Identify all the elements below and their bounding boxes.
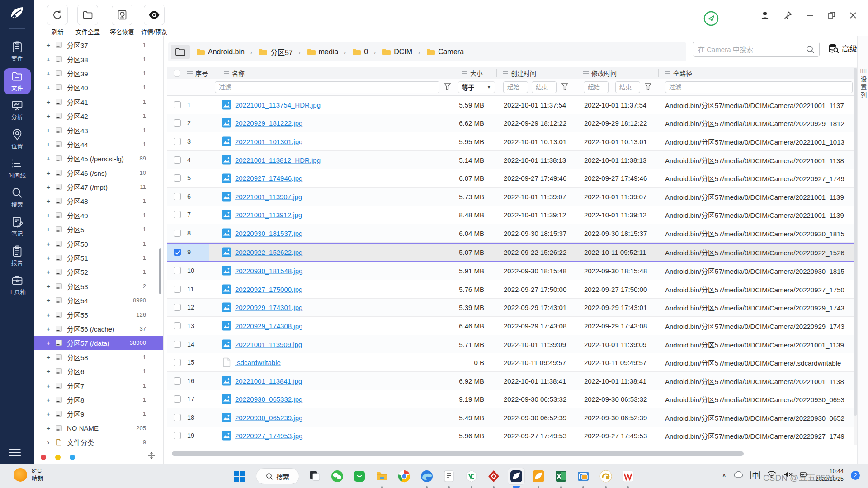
sidebar-item-6[interactable]: 搜索 (4, 185, 31, 211)
expander-icon[interactable]: + (45, 98, 52, 106)
name-filter-input[interactable] (215, 81, 439, 93)
breadcrumb-item-分区57[interactable]: 分区57 (259, 47, 293, 57)
table-row-4[interactable]: 420221001_113812_HDR.jpg5.14 MB2022-10-0… (167, 151, 854, 169)
table-row-18[interactable]: 1820220930_065239.jpg5.49 MB2022-09-30 0… (167, 408, 854, 427)
forensics-app-icon[interactable] (508, 468, 524, 484)
pin-window-icon[interactable] (783, 11, 792, 22)
wechat-icon[interactable] (329, 468, 345, 484)
wifi-icon[interactable] (767, 471, 776, 479)
select-all-checkbox[interactable] (174, 70, 180, 76)
file-name-link[interactable]: 20221001_113812_HDR.jpg (235, 156, 321, 164)
column-header-index[interactable]: 序号 (187, 67, 208, 79)
orange-leaf-app-icon[interactable] (530, 468, 547, 484)
row-checkbox[interactable] (174, 286, 181, 293)
advanced-search-button[interactable]: 高级 (828, 42, 857, 54)
file-name-link[interactable]: 20221001_113841.jpg (235, 377, 302, 385)
tree-item-分区58[interactable]: +分区581 (34, 350, 163, 364)
expander-icon[interactable]: + (45, 211, 52, 219)
table-row-17[interactable]: 1720220930_065332.jpg9.19 MB2022-09-30 0… (167, 390, 854, 409)
file-name-link[interactable]: 20220930_181548.jpg (235, 267, 302, 275)
modified-start-input[interactable] (584, 81, 609, 93)
tree-item-分区49[interactable]: +分区491 (34, 208, 163, 222)
tree-item-分区43[interactable]: +分区431 (34, 123, 163, 137)
expander-icon[interactable]: + (45, 311, 52, 319)
close-icon[interactable] (849, 11, 857, 21)
row-checkbox[interactable] (174, 211, 181, 218)
file-name-link[interactable]: 20220929_174308.jpg (235, 322, 302, 329)
column-header-created[interactable]: 创建时间 (503, 67, 536, 79)
row-checkbox[interactable] (174, 432, 181, 439)
tree-item-分区52[interactable]: +分区521 (34, 265, 163, 279)
row-checkbox[interactable] (174, 267, 181, 274)
row-checkbox[interactable] (174, 156, 181, 164)
column-header-path[interactable]: 全路径 (665, 67, 692, 79)
tree-item-分区48[interactable]: +分区481 (34, 194, 163, 208)
share-status-icon[interactable] (703, 11, 719, 26)
expander-icon[interactable]: + (45, 382, 52, 389)
tree-item-分区39[interactable]: +分区391 (34, 66, 163, 80)
table-row-16[interactable]: 1620221001_113841.jpg6.92 MB2022-10-01 1… (167, 372, 854, 390)
tree-scrollbar[interactable] (159, 248, 161, 294)
sidebar-item-1[interactable]: 案件 (4, 39, 31, 65)
user-account-icon[interactable] (760, 11, 769, 22)
expander-icon[interactable]: + (45, 141, 52, 148)
tree-item-分区56[interactable]: +分区56 (/cache)37 (34, 322, 163, 336)
expander-icon[interactable]: + (45, 296, 52, 304)
excel-icon[interactable] (553, 468, 569, 484)
tree-item-分区7[interactable]: +分区71 (34, 378, 163, 392)
file-name-link[interactable]: 20220922_152622.jpg (235, 249, 302, 256)
modified-end-input[interactable] (615, 81, 640, 93)
column-settings-button[interactable]: 设置列 (859, 76, 868, 100)
file-name-link[interactable]: 20220930_065239.jpg (235, 413, 302, 421)
vmware-icon[interactable] (575, 468, 591, 484)
volume-muted-icon[interactable] (783, 471, 793, 480)
tree-item-分区44[interactable]: +分区441 (34, 137, 163, 151)
file-name-link[interactable]: 20220930_065332.jpg (235, 395, 302, 403)
row-checkbox[interactable] (174, 193, 181, 200)
expander-icon[interactable]: + (45, 70, 52, 77)
file-name-link[interactable]: 20220930_181537.jpg (235, 229, 302, 237)
expander-icon[interactable]: + (45, 325, 52, 333)
table-row-6[interactable]: 620221001_113907.jpg5.73 MB2022-10-01 11… (167, 188, 854, 206)
table-row-7[interactable]: 720221001_113912.jpg8.48 MB2022-10-01 11… (167, 206, 854, 225)
toolbar-button-2[interactable] (77, 5, 98, 25)
expander-icon[interactable]: + (45, 339, 52, 347)
expander-icon[interactable]: + (45, 240, 52, 248)
breadcrumb-root-button[interactable] (171, 45, 190, 59)
row-checkbox[interactable] (174, 377, 181, 385)
breadcrumb-item-0[interactable]: 0 (352, 48, 368, 56)
wps-icon[interactable] (620, 468, 636, 484)
tree-item-文件分类[interactable]: ›文件分类9 (34, 435, 163, 449)
file-name-link[interactable]: 20221001_113754_HDR.jpg (235, 101, 321, 108)
file-name-link[interactable]: 20221001_113912.jpg (235, 211, 302, 219)
sidebar-item-9[interactable]: 工具箱 (4, 272, 31, 298)
table-row-10[interactable]: 1020220930_181548.jpg5.91 MB2022-09-30 1… (167, 262, 854, 280)
ime-language-indicator[interactable]: 中 (750, 471, 760, 479)
red-app-icon[interactable] (486, 468, 502, 484)
tree-item-分区51[interactable]: +分区511 (34, 251, 163, 265)
row-checkbox[interactable] (174, 322, 181, 329)
expander-icon[interactable]: + (45, 56, 52, 63)
row-checkbox[interactable] (174, 359, 181, 366)
table-row-2[interactable]: 220220929_181222.jpg6.62 MB2022-09-29 18… (167, 114, 854, 133)
table-row-1[interactable]: 120221001_113754_HDR.jpg5.59 MB2022-10-0… (167, 96, 854, 114)
modified-filter-funnel-icon[interactable] (645, 83, 651, 92)
tree-item-分区47[interactable]: +分区47 (/mpt)11 (34, 180, 163, 194)
path-filter-input[interactable] (665, 81, 853, 93)
expander-icon[interactable]: + (45, 84, 52, 91)
tree-item-分区40[interactable]: +分区401 (34, 80, 163, 94)
file-name-link[interactable]: 20220929_181222.jpg (235, 119, 302, 127)
sidebar-item-2[interactable]: 文件 (4, 68, 31, 94)
chrome-icon[interactable] (396, 468, 412, 484)
expander-icon[interactable]: + (45, 367, 52, 375)
expander-icon[interactable]: + (45, 268, 52, 276)
onedrive-cloud-icon[interactable] (733, 471, 743, 479)
tray-expand-icon[interactable]: ∧ (722, 472, 726, 479)
table-row-9[interactable]: 920220922_152622.jpg5.07 MB2022-09-22 15… (167, 243, 854, 262)
horizontal-scrollbar[interactable] (168, 451, 850, 456)
vc-icon[interactable] (463, 468, 480, 484)
tree-item-分区46[interactable]: +分区46 (/sns)10 (34, 166, 163, 180)
tree-item-分区45[interactable]: +分区45 (/persist-lg)89 (34, 151, 163, 165)
tree-item-分区50[interactable]: +分区501 (34, 236, 163, 250)
name-filter-funnel-icon[interactable] (444, 83, 451, 92)
